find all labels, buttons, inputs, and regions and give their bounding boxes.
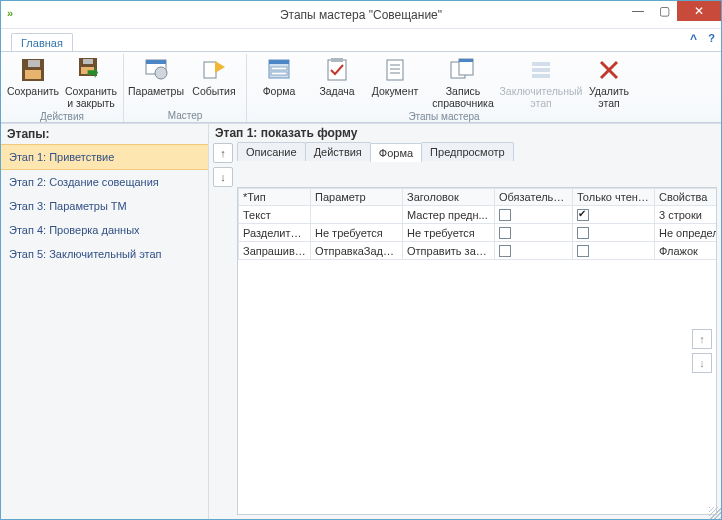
step-item-4[interactable]: Этап 4: Проверка данных — [1, 218, 208, 242]
ribbon-help-icon[interactable]: ? — [708, 32, 715, 44]
grid-header[interactable]: Только чтение — [573, 189, 655, 206]
ref-entry-label: Запись справочника — [432, 85, 493, 109]
move-up-button[interactable]: ↑ — [213, 143, 233, 163]
row-down-button[interactable]: ↓ — [692, 353, 712, 373]
maximize-button[interactable]: ▢ — [651, 1, 677, 21]
subtab-2[interactable]: Форма — [370, 143, 422, 162]
svg-rect-15 — [271, 72, 287, 75]
save-close-label: Сохранить и закрыть — [65, 85, 117, 109]
svg-rect-14 — [271, 67, 287, 70]
table-row[interactable]: ТекстМастер предн...3 строкиНе требуется — [239, 206, 718, 224]
svg-rect-8 — [146, 60, 166, 64]
checkbox[interactable] — [577, 245, 589, 257]
titlebar: » Этапы мастера "Совещание" — ▢ ✕ — [1, 1, 721, 29]
task-icon — [323, 56, 351, 84]
move-down-button[interactable]: ↓ — [213, 167, 233, 187]
grid-header[interactable]: Обязательный — [495, 189, 573, 206]
save-label: Сохранить — [7, 85, 59, 97]
table-row[interactable]: РазделительНе требуетсяНе требуетсяНе оп… — [239, 224, 718, 242]
steps-panel: Этапы: Этап 1: ПриветствиеЭтап 2: Создан… — [1, 124, 209, 519]
ref-entry-icon — [449, 56, 477, 84]
delete-icon — [595, 56, 623, 84]
svg-rect-25 — [532, 62, 550, 66]
form-grid[interactable]: *ТипПараметрЗаголовокОбязательныйТолько … — [237, 187, 717, 515]
ribbon-tabs: Главная ^ ? — [1, 29, 721, 51]
subtab-0[interactable]: Описание — [237, 142, 306, 161]
svg-rect-24 — [459, 59, 473, 62]
tab-main[interactable]: Главная — [11, 33, 73, 51]
step-item-3[interactable]: Этап 3: Параметры ТМ — [1, 194, 208, 218]
floppy-icon — [19, 56, 47, 84]
svg-rect-13 — [269, 60, 289, 64]
checkbox[interactable] — [499, 227, 511, 239]
floppy-arrow-icon — [77, 56, 105, 84]
task-button[interactable]: Задача — [309, 54, 365, 99]
ref-entry-button[interactable]: Запись справочника — [425, 54, 501, 111]
svg-rect-27 — [532, 74, 550, 78]
ribbon-collapse-icon[interactable]: ^ — [690, 32, 697, 46]
group-master-label: Мастер — [168, 110, 203, 122]
step-item-2[interactable]: Этап 2: Создание совещания — [1, 170, 208, 194]
save-close-button[interactable]: Сохранить и закрыть — [63, 54, 119, 111]
final-step-label: Заключительный этап — [500, 85, 583, 109]
step-title: Этап 1: показать форму — [209, 124, 721, 141]
form-icon — [265, 56, 293, 84]
params-button[interactable]: Параметры — [128, 54, 184, 99]
save-button[interactable]: Сохранить — [5, 54, 61, 99]
resize-grip[interactable] — [709, 507, 721, 519]
svg-marker-11 — [215, 61, 225, 73]
svg-rect-18 — [387, 60, 403, 80]
params-label: Параметры — [128, 85, 184, 97]
row-up-button[interactable]: ↑ — [692, 329, 712, 349]
svg-rect-5 — [83, 59, 93, 64]
grid-header[interactable]: *Тип — [239, 189, 311, 206]
form-button[interactable]: Форма — [251, 54, 307, 99]
final-step-icon — [527, 56, 555, 84]
table-row[interactable]: Запрашива...ОтправкаЗадачаОтправить зад.… — [239, 242, 718, 260]
events-label: События — [192, 85, 235, 97]
svg-rect-26 — [532, 68, 550, 72]
task-label: Задача — [319, 85, 354, 97]
minimize-button[interactable]: — — [625, 1, 651, 21]
grid-header[interactable]: Свойства — [655, 189, 718, 206]
document-button[interactable]: Документ — [367, 54, 423, 99]
subtab-1[interactable]: Действия — [305, 142, 371, 161]
checkbox[interactable] — [577, 227, 589, 239]
svg-rect-2 — [28, 60, 40, 67]
grid-header[interactable]: Параметр — [311, 189, 403, 206]
delete-step-button[interactable]: Удалить этап — [581, 54, 637, 111]
events-button[interactable]: События — [186, 54, 242, 99]
delete-step-label: Удалить этап — [589, 85, 629, 109]
form-label: Форма — [263, 85, 296, 97]
step-item-5[interactable]: Этап 5: Заключительный этап — [1, 242, 208, 266]
svg-rect-16 — [328, 60, 346, 80]
window-title: Этапы мастера "Совещание" — [1, 8, 721, 22]
params-icon — [142, 56, 170, 84]
ribbon: Сохранить Сохранить и закрыть Действия П… — [1, 51, 721, 123]
group-actions-label: Действия — [40, 111, 84, 123]
document-label: Документ — [372, 85, 419, 97]
svg-rect-17 — [331, 58, 343, 62]
steps-header: Этапы: — [1, 124, 208, 144]
svg-rect-10 — [204, 62, 216, 78]
close-button[interactable]: ✕ — [677, 1, 721, 21]
checkbox[interactable] — [499, 245, 511, 257]
document-icon — [381, 56, 409, 84]
svg-point-9 — [155, 67, 167, 79]
checkbox[interactable] — [577, 209, 589, 221]
checkbox[interactable] — [499, 209, 511, 221]
group-steps-label: Этапы мастера — [408, 111, 479, 123]
events-icon — [200, 56, 228, 84]
grid-header[interactable]: Заголовок — [403, 189, 495, 206]
svg-rect-1 — [25, 70, 41, 79]
final-step-button: Заключительный этап — [503, 54, 579, 111]
step-item-1[interactable]: Этап 1: Приветствие — [1, 144, 208, 170]
subtab-3[interactable]: Предпросмотр — [421, 142, 514, 161]
